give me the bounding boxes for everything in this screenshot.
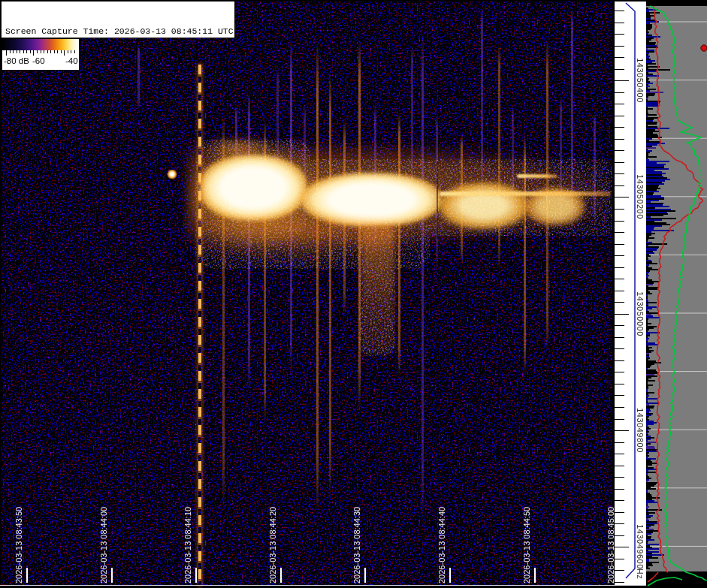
frequency-major-tick [615,430,629,431]
frequency-tick [615,384,624,384]
frequency-tick [615,232,624,233]
colorbar-tick [54,50,55,53]
config-text: Config = V8 [5,93,234,104]
colorbar-legend: -80 dB-60-40 [2,38,80,71]
frequency-scale: 1430504001430502001430500001430498001430… [615,2,646,585]
colorbar-tick [68,50,68,53]
colorbar-tick [10,50,11,53]
colorbar-tick [50,50,51,53]
colorbar-tick [74,50,75,53]
frequency-tick [615,34,624,35]
frequency-unit-label: Hz [636,568,645,579]
frequency-tick [615,523,624,524]
frequency-marker-dot [701,45,707,51]
colorbar-label: -40 [65,56,78,65]
colorbar-tick [6,50,7,56]
spectrum-graph-panel [646,0,707,588]
frequency-tick [615,454,624,454]
colorbar-tick [23,50,24,53]
colorbar-tick [30,50,31,53]
spectrum-graph [646,0,707,588]
frequency-major-tick [615,547,629,547]
frequency-tick [615,139,624,140]
frequency-tick [615,209,624,210]
frequency-tick [615,372,624,372]
colorbar-label: -80 dB [4,56,29,65]
frequency-tick [615,302,624,303]
frequency-tick [615,325,624,326]
colorbar-tick [20,50,20,53]
spectrum-capture-window: 2026-03-13 08:43:502026-03-13 08:44:0020… [0,0,707,588]
frequency-tick [615,255,624,256]
time-tick [26,568,28,583]
frequency-tick [615,221,624,222]
time-tick [449,568,451,583]
frequency-tick [615,407,624,408]
capture-time-text: Screen Capture Time: 2026-03-13 08:45:11… [5,26,234,37]
frequency-tick [615,466,624,466]
time-tick-label: 2026-03-13 08:43:50 [14,507,23,583]
frequency-tick [615,267,624,268]
frequency-tick [615,116,624,116]
colorbar-tick [41,50,41,53]
frequency-tick [615,244,624,245]
frequency-tick [615,291,624,291]
colorbar-tick [13,50,14,53]
time-tick-label: 2026-03-13 08:44:30 [352,507,361,583]
frequency-tick [615,500,624,501]
time-tick-label: 2026-03-13 08:44:40 [437,507,446,583]
frequency-tick [615,162,624,163]
time-tick [364,568,366,583]
time-tick [195,568,197,583]
frequency-tick [615,173,624,174]
frequency-tick [615,442,624,443]
colorbar-tick [64,50,65,56]
frequency-tick [615,419,624,420]
colorbar-tick [17,50,17,53]
frequency-tick [615,570,624,571]
colorbar-gradient [2,39,79,50]
colorbar-tick [57,50,58,53]
colorbar-label: -60 [32,56,45,65]
colorbar-tick [61,50,62,53]
colorbar-tick [26,50,27,53]
frequency-tick [615,337,624,338]
colorbar-tick [71,50,71,53]
frequency-tick [615,104,624,104]
frequency-tick-label: 143050200 [636,174,645,219]
frequency-tick [615,535,624,536]
time-tick-label: 2026-03-13 08:44:20 [268,507,277,583]
colorbar-tick [33,50,34,56]
time-tick-label: 2026-03-13 08:44:50 [522,507,531,583]
time-tick-label: 2026-03-13 08:44:00 [99,507,108,583]
frequency-tick [615,23,624,23]
frequency-tick [615,11,624,11]
frequency-tick [615,348,624,349]
frequency-major-tick [615,314,629,315]
frequency-tick [615,57,624,58]
frequency-tick-label: 143049800 [636,408,645,453]
capture-info-box: Screen Capture Time: 2026-03-13 08:45:11… [2,2,235,38]
frequency-major-tick [615,197,629,198]
frequency-tick [615,127,624,128]
frequency-tick [615,559,624,559]
frequency-tick [615,46,624,47]
time-tick [111,568,113,583]
bottom-border-line [0,585,646,586]
frequency-tick-label: 143050000 [636,291,645,336]
frequency-tick [615,150,624,151]
frequency-tick-label: 143050400 [636,58,645,103]
frequency-tick [615,185,624,186]
colorbar-tick [44,50,44,53]
colorbar-tick [47,50,48,53]
meteor-head-echo-dot [167,170,177,179]
frequency-tick [615,489,624,490]
colorbar-tick [37,50,38,53]
frequency-tick [615,360,624,361]
frequency-tick [615,512,624,513]
frequency-tick [615,69,624,70]
frequency-tick [615,477,624,478]
frequency-tick [615,395,624,396]
frequency-tick [615,92,624,93]
time-tick-label: 2026-03-13 08:44:10 [183,507,192,583]
